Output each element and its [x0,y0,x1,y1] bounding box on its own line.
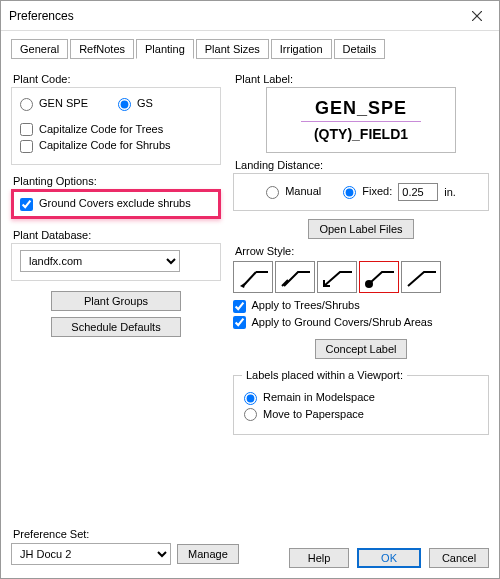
radio-gen-spe-label: GEN SPE [39,97,88,109]
arrow-style-5[interactable] [401,261,441,293]
plant-label-preview[interactable]: GEN_SPE (QTY)_FIELD1 [266,87,456,153]
radio-gen-spe[interactable]: GEN SPE [20,97,88,111]
pref-set-select[interactable]: JH Docu 2 [11,543,171,565]
tab-plant-sizes[interactable]: Plant Sizes [196,39,269,59]
radio-move-label: Move to Paperspace [263,408,364,420]
arrow-style-swatches [233,261,489,293]
checkbox-gc-exclude-label: Ground Covers exclude shrubs [39,197,191,209]
plant-code-label: Plant Code: [13,73,221,85]
arrow-style-1[interactable] [233,261,273,293]
plant-database-select[interactable]: landfx.com [20,250,180,272]
checkbox-cap-trees[interactable]: Capitalize Code for Trees [20,123,163,137]
preview-line1: GEN_SPE [315,98,407,119]
checkbox-apply-trees[interactable]: Apply to Trees/Shrubs [233,299,360,313]
window-title: Preferences [9,9,74,23]
radio-remain-label: Remain in Modelspace [263,391,375,403]
viewport-legend: Labels placed within a Viewport: [242,369,407,381]
landing-distance-group: Manual Fixed: in. [233,173,489,211]
checkbox-apply-trees-label: Apply to Trees/Shrubs [251,299,359,311]
schedule-defaults-button[interactable]: Schedule Defaults [51,317,181,337]
svg-line-3 [244,272,256,285]
plant-database-group: landfx.com [11,243,221,281]
radio-manual[interactable]: Manual [266,185,321,199]
radio-gs-label: GS [137,97,153,109]
checkbox-apply-gc[interactable]: Apply to Ground Covers/Shrub Areas [233,316,432,330]
landing-unit: in. [444,186,456,198]
radio-fixed-label: Fixed: [362,185,392,197]
radio-move-paperspace[interactable]: Move to Paperspace [244,408,364,422]
titlebar: Preferences [1,1,499,31]
plant-code-group: GEN SPE GS Capitalize Code for Trees Cap… [11,87,221,165]
pref-set-label: Preference Set: [13,528,239,540]
viewport-group: Labels placed within a Viewport: Remain … [233,375,489,435]
concept-label-button[interactable]: Concept Label [315,339,408,359]
radio-remain-modelspace[interactable]: Remain in Modelspace [244,391,375,405]
close-icon [472,11,482,21]
tab-general[interactable]: General [11,39,68,59]
planting-options-label: Planting Options: [13,175,221,187]
manage-button[interactable]: Manage [177,544,239,564]
preview-line2: (QTY)_FIELD1 [314,126,408,142]
plant-database-label: Plant Database: [13,229,221,241]
checkbox-gc-exclude[interactable]: Ground Covers exclude shrubs [20,197,191,209]
radio-gs[interactable]: GS [118,97,153,111]
help-button[interactable]: Help [289,548,349,568]
checkbox-cap-shrubs-label: Capitalize Code for Shrubs [39,139,170,151]
close-button[interactable] [455,1,499,31]
tab-bar: General RefNotes Planting Plant Sizes Ir… [11,39,489,59]
radio-manual-label: Manual [285,185,321,197]
landing-value-input[interactable] [398,183,438,201]
arrow-style-4[interactable] [359,261,399,293]
arrow-style-2[interactable] [275,261,315,293]
arrow-style-label: Arrow Style: [235,245,489,257]
open-label-files-button[interactable]: Open Label Files [308,219,413,239]
plant-groups-button[interactable]: Plant Groups [51,291,181,311]
tab-refnotes[interactable]: RefNotes [70,39,134,59]
checkbox-apply-gc-label: Apply to Ground Covers/Shrub Areas [251,316,432,328]
cancel-button[interactable]: Cancel [429,548,489,568]
tab-details[interactable]: Details [334,39,386,59]
planting-options-group: Ground Covers exclude shrubs [11,189,221,219]
checkbox-cap-trees-label: Capitalize Code for Trees [39,123,163,135]
tab-irrigation[interactable]: Irrigation [271,39,332,59]
checkbox-cap-shrubs[interactable]: Capitalize Code for Shrubs [20,139,171,153]
radio-fixed[interactable]: Fixed: [343,185,392,199]
ok-button[interactable]: OK [357,548,421,568]
tab-planting[interactable]: Planting [136,39,194,59]
plant-label-label: Plant Label: [235,73,489,85]
bottom-bar: Preference Set: JH Docu 2 Manage Help OK… [11,524,489,568]
landing-distance-label: Landing Distance: [235,159,489,171]
arrow-style-3[interactable] [317,261,357,293]
preview-divider [301,121,421,122]
